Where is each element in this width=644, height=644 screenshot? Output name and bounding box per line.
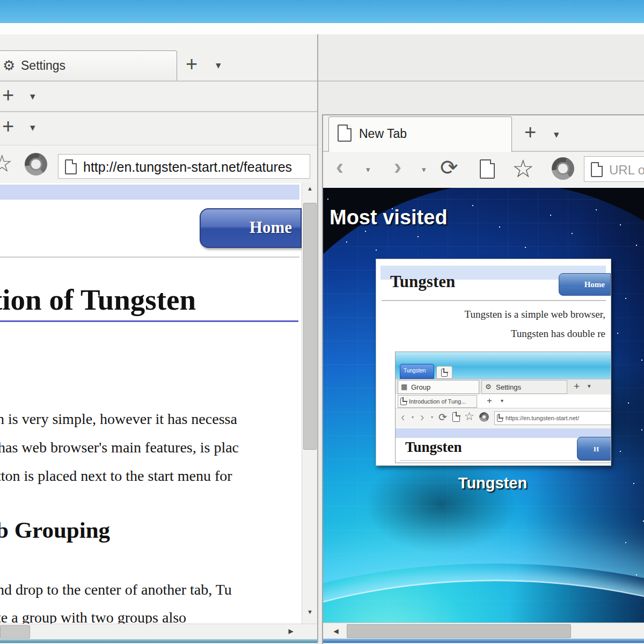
mini-tab-group-label: Group <box>411 383 430 391</box>
new-tab-button-row2[interactable]: + <box>2 85 14 105</box>
thumb-tagline: Tungsten is a simple web browser, <box>465 309 605 320</box>
browser-menu-icon[interactable] <box>25 153 47 175</box>
most-visited-heading: Most visited <box>330 206 448 229</box>
most-visited-tile[interactable]: Tungsten Home Tungsten is a simple web b… <box>376 259 611 466</box>
thumb-home-button: Home <box>559 273 611 296</box>
forward-icon[interactable]: › <box>394 154 401 180</box>
tab-row-divider-extension <box>318 80 644 82</box>
browser-menu-icon <box>479 412 489 422</box>
bookmark-star-icon: ☆ <box>464 410 474 423</box>
mini-tab-group: ▦ Group <box>398 380 479 394</box>
scrollbar-thumb[interactable] <box>0 625 30 639</box>
url-placeholder-text: URL o <box>609 163 644 178</box>
left-vertical-scrollbar[interactable]: ▲ ▼ <box>302 183 317 624</box>
scroll-right-button[interactable]: ▶ <box>281 627 301 635</box>
left-browser-window: ⚙ Settings + ▾ + ▾ + ▾ ☆ http://en.tungs… <box>0 34 318 643</box>
new-tab-button-row3[interactable]: + <box>2 116 14 136</box>
tab-list-button[interactable]: ▾ <box>554 129 559 140</box>
page-header-bar <box>0 185 299 200</box>
thumb-mini-browser-screenshot: Tungsten ▦ Group ⚙ Settings + ▾ <box>395 352 611 463</box>
browser-menu-icon[interactable] <box>552 157 574 180</box>
mini-tab-list-button: ▾ <box>588 383 591 389</box>
back-menu-icon: ▾ <box>412 415 414 420</box>
thumb-site-title: Tungsten <box>390 272 455 291</box>
background-window-titlebar <box>0 0 644 24</box>
tab-new-tab[interactable]: New Tab <box>328 116 512 152</box>
scrollbar-thumb[interactable] <box>303 203 317 450</box>
paragraph-line: n is very simple, however it has necessa <box>0 411 237 428</box>
mini-tab-settings: ⚙ Settings <box>481 380 567 394</box>
reload-icon: ⟳ <box>438 411 447 423</box>
mini-window-tab: Tungsten <box>400 364 434 379</box>
header-divider <box>0 257 299 258</box>
mini-address-bar: https://en.tungsten-start.net/ <box>494 411 611 425</box>
page-icon <box>591 162 603 177</box>
page-icon <box>497 414 503 422</box>
thumb-title-underline <box>382 300 606 301</box>
forward-menu-icon[interactable]: ▾ <box>422 165 426 174</box>
mini-toolbar: ‹ ▾ › ▾ ⟳ ☆ https://en.tungsten-start.ne… <box>396 408 611 428</box>
left-horizontal-scrollbar[interactable]: ▶ <box>0 624 317 639</box>
left-page-content: Home tion of Tungsten n is very simple, … <box>0 183 302 624</box>
page-title: tion of Tungsten <box>0 283 196 317</box>
page-icon <box>452 412 460 422</box>
back-menu-icon[interactable]: ▾ <box>366 165 370 174</box>
right-horizontal-scrollbar[interactable]: ◀ <box>323 623 644 639</box>
tab-list-button-row3[interactable]: ▾ <box>30 122 35 133</box>
mini-page-tab <box>436 366 452 379</box>
group-tab-list-button[interactable]: ▾ <box>216 60 221 70</box>
mini-page-header-bar <box>396 428 611 438</box>
mini-home-label: H <box>594 445 599 453</box>
scroll-down-button[interactable]: ▼ <box>302 609 318 615</box>
home-button-label: Home <box>250 218 292 237</box>
screenshot-root: ⚙ Settings + ▾ + ▾ + ▾ ☆ http://en.tungs… <box>0 0 644 644</box>
tile-label[interactable]: Tungsten <box>375 474 611 492</box>
thumb-tagline: Tungsten has double re <box>511 328 605 340</box>
new-group-tab-button[interactable]: + <box>186 54 197 74</box>
mini-url-text: https://en.tungsten-start.net/ <box>506 415 579 421</box>
scrollbar-thumb[interactable] <box>347 624 571 638</box>
thumb-home-label: Home <box>584 280 605 289</box>
page-icon <box>65 159 77 174</box>
desktop-gap <box>0 23 644 34</box>
tab-settings-label: Settings <box>21 58 65 73</box>
paragraph-line: has web browser's main features, is plac <box>0 439 239 456</box>
bookmark-star-icon[interactable]: ☆ <box>512 154 534 183</box>
paragraph-line: te a group with two groups also <box>0 609 186 624</box>
mini-doc-tab: Introduction of Tung... <box>398 395 477 408</box>
row-divider <box>0 80 318 82</box>
page-icon <box>400 398 407 405</box>
home-button[interactable]: Home <box>200 208 302 248</box>
reload-icon[interactable]: ⟳ <box>440 155 458 180</box>
mini-doc-tab-label: Introduction of Tung... <box>409 398 466 405</box>
left-address-bar[interactable]: http://en.tungsten-start.net/features <box>58 154 310 179</box>
left-window-bottom-border <box>0 639 318 643</box>
forward-icon: › <box>420 411 424 425</box>
mini-home-button: H <box>577 437 611 460</box>
tab-settings[interactable]: ⚙ Settings <box>0 50 177 82</box>
mini-site-title: Tungsten <box>405 439 462 456</box>
page-action-icon[interactable] <box>480 159 495 179</box>
forward-menu-icon: ▾ <box>431 415 433 420</box>
scroll-left-button[interactable]: ◀ <box>326 627 346 635</box>
mini-window-tab-label: Tungsten <box>404 368 426 374</box>
page-icon <box>338 125 352 142</box>
back-icon[interactable]: ‹ <box>336 154 343 180</box>
scroll-up-button[interactable]: ▲ <box>302 185 318 192</box>
url-text: http://en.tungsten-start.net/features <box>83 159 292 175</box>
title-underline <box>0 320 298 322</box>
tab-new-tab-label: New Tab <box>359 127 407 141</box>
tab-list-button-row2[interactable]: ▾ <box>30 91 35 101</box>
back-icon: ‹ <box>401 411 405 425</box>
bookmark-star-icon[interactable]: ☆ <box>0 152 12 175</box>
right-browser-window: New Tab + ▾ ‹ ▾ › ▾ ⟳ ☆ URL o Most visit… <box>322 114 644 644</box>
gear-icon: ⚙ <box>3 58 15 72</box>
grid-icon: ▦ <box>401 383 407 391</box>
right-address-bar[interactable]: URL o <box>584 156 644 182</box>
paragraph-line: nd drop to the center of another tab, Tu <box>0 581 232 598</box>
new-tab-button[interactable]: + <box>524 122 536 142</box>
left-toolbar: ☆ http://en.tungsten-start.net/features <box>0 145 318 183</box>
mini-new-tab-button: + <box>574 381 580 391</box>
paragraph-line: tton is placed next to the start menu fo… <box>0 467 232 485</box>
gear-icon: ⚙ <box>485 383 492 391</box>
